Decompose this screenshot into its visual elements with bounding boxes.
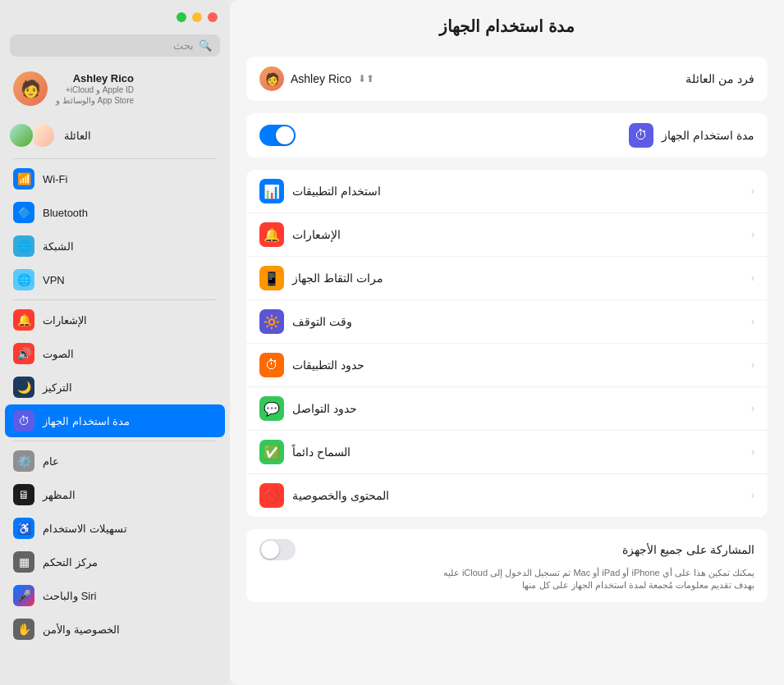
sidebar-item-sound[interactable]: الصوت 🔊 — [5, 337, 225, 370]
family-member-section: فرد من العائلة ⬆⬇ Ashley Rico 🧑 — [246, 57, 768, 101]
sidebar-item-label: الصوت — [43, 348, 74, 360]
app-usage-label: استخدام التطبيقات — [292, 185, 381, 198]
content-privacy-item[interactable]: ‹ المحتوى والخصوصية 🚫 — [246, 474, 768, 517]
app-limits-item[interactable]: ‹ حدود التطبيقات ⏱ — [246, 344, 768, 387]
main-content: مدة استخدام الجهاز فرد من العائلة ⬆⬇ Ash… — [230, 0, 784, 685]
sidebar-family-label: العائلة — [64, 130, 91, 142]
app-usage-item[interactable]: ‹ استخدام التطبيقات 📊 — [246, 170, 768, 213]
pickups-icon: 📱 — [259, 266, 284, 290]
separator — [13, 441, 217, 441]
accessibility-icon: ♿ — [13, 518, 34, 539]
settings-item-right: المحتوى والخصوصية 🚫 — [259, 483, 389, 508]
pickups-item[interactable]: ‹ مرات التقاط الجهاز 📱 — [246, 257, 768, 300]
chevron-left-icon: ‹ — [751, 446, 754, 458]
privacy-icon: ✋ — [13, 619, 34, 640]
general-icon: ⚙️ — [13, 450, 34, 472]
screen-time-icon: ⏱ — [629, 123, 653, 148]
chevron-left-icon: ‹ — [751, 272, 754, 284]
sidebar-item-screentime[interactable]: مدة استخدام الجهاز ⏱ — [5, 404, 225, 437]
close-button[interactable] — [208, 12, 218, 22]
control-icon: ▦ — [13, 551, 34, 573]
sidebar-item-display[interactable]: المظهر 🖥 — [5, 478, 225, 511]
always-allowed-label: السماح دائماً — [292, 445, 351, 459]
search-icon: 🔍 — [199, 39, 212, 52]
app-limits-icon: ⏱ — [259, 353, 284, 377]
share-toggle-row: المشاركة على جميع الأجهزة — [259, 539, 754, 560]
app-limits-label: حدود التطبيقات — [292, 358, 364, 372]
sidebar-item-label: عام — [43, 455, 59, 468]
screen-time-toggle[interactable] — [259, 125, 296, 146]
sidebar-item-notifications[interactable]: الإشعارات 🔔 — [5, 304, 225, 336]
network-icon: 🌐 — [13, 235, 34, 257]
settings-item-right: الإشعارات 🔔 — [259, 222, 341, 247]
chevron-left-icon: ‹ — [751, 185, 754, 197]
sidebar-item-label: VPN — [43, 274, 65, 286]
sidebar-item-siri[interactable]: Siri والباحث 🎤 — [5, 579, 225, 612]
family-avatar-2 — [8, 122, 34, 148]
wifi-icon: 📶 — [13, 168, 34, 190]
sidebar-list: Ashley Rico Apple ID و iCloud+ App Store… — [0, 65, 230, 685]
settings-item-right: استخدام التطبيقات 📊 — [259, 179, 381, 203]
always-allowed-icon: ✅ — [259, 440, 284, 464]
sidebar-item-wifi[interactable]: Wi-Fi 📶 — [5, 162, 225, 195]
family-user[interactable]: ⬆⬇ Ashley Rico 🧑 — [259, 66, 374, 91]
family-user-name: Ashley Rico — [291, 72, 351, 85]
family-user-avatar: 🧑 — [259, 66, 284, 91]
sidebar-item-label: التركيز — [43, 381, 72, 394]
sidebar-profile-info: Ashley Rico Apple ID و iCloud+ App Store… — [56, 72, 134, 106]
focus-icon: 🌙 — [13, 377, 34, 398]
sidebar-item-network[interactable]: الشبكة 🌐 — [5, 230, 225, 263]
family-avatars — [13, 122, 56, 148]
sidebar-item-general[interactable]: عام ⚙️ — [5, 445, 225, 477]
notifications-item[interactable]: ‹ الإشعارات 🔔 — [246, 213, 768, 257]
sidebar-item-label: الخصوصية والأمن — [43, 623, 120, 636]
sidebar: 🔍 بحث Ashley Rico Apple ID و iCloud+ App… — [0, 0, 230, 685]
main-body: فرد من العائلة ⬆⬇ Ashley Rico 🧑 مدة استخ… — [230, 48, 784, 685]
communication-label: حدود التواصل — [292, 402, 357, 415]
avatar: 🧑 — [13, 71, 48, 106]
content-privacy-label: المحتوى والخصوصية — [292, 489, 389, 502]
downtime-label: وقت التوقف — [292, 315, 352, 328]
share-toggle[interactable] — [259, 539, 296, 560]
main-header: مدة استخدام الجهاز — [230, 0, 784, 48]
family-member-label: فرد من العائلة — [685, 72, 754, 85]
sidebar-item-vpn[interactable]: VPN 🌐 — [5, 263, 225, 296]
communication-item[interactable]: ‹ حدود التواصل 💬 — [246, 387, 768, 431]
sidebar-item-label: مدة استخدام الجهاز — [43, 415, 130, 427]
sidebar-item-label: Bluetooth — [43, 207, 88, 219]
sidebar-item-focus[interactable]: التركيز 🌙 — [5, 371, 225, 404]
pickups-label: مرات التقاط الجهاز — [292, 272, 383, 285]
sidebar-item-label: الشبكة — [43, 240, 74, 253]
notifications-icon: 🔔 — [13, 309, 34, 331]
settings-item-right: حدود التطبيقات ⏱ — [259, 353, 364, 377]
downtime-item[interactable]: ‹ وقت التوقف 🔆 — [246, 300, 768, 344]
chevron-updown-icon: ⬆⬇ — [358, 73, 374, 84]
search-bar[interactable]: 🔍 بحث — [10, 34, 220, 57]
screen-time-label: مدة استخدام الجهاز ⏱ — [629, 123, 754, 148]
settings-item-right: السماح دائماً ✅ — [259, 440, 351, 464]
share-section: المشاركة على جميع الأجهزة يمكنك تمكين هذ… — [246, 529, 768, 602]
chevron-left-icon: ‹ — [751, 359, 754, 371]
chevron-left-icon: ‹ — [751, 229, 754, 240]
sidebar-item-accessibility[interactable]: تسهيلات الاستخدام ♿ — [5, 512, 225, 545]
sidebar-profile-sub: Apple ID و iCloud+ App Store والوسائط و — [56, 84, 134, 106]
sound-icon: 🔊 — [13, 343, 34, 364]
share-label: المشاركة على جميع الأجهزة — [622, 543, 754, 556]
sidebar-item-privacy[interactable]: الخصوصية والأمن ✋ — [5, 613, 225, 646]
screen-time-toggle-row: مدة استخدام الجهاز ⏱ — [246, 113, 768, 158]
screen-time-text: مدة استخدام الجهاز — [662, 129, 754, 142]
sidebar-profile[interactable]: Ashley Rico Apple ID و iCloud+ App Store… — [5, 65, 225, 112]
sidebar-item-bluetooth[interactable]: Bluetooth 🔷 — [5, 196, 225, 229]
communication-icon: 💬 — [259, 396, 284, 421]
search-placeholder: بحث — [173, 39, 194, 52]
sidebar-item-label: تسهيلات الاستخدام — [43, 523, 127, 535]
sidebar-item-control[interactable]: مركز التحكم ▦ — [5, 546, 225, 578]
sidebar-profile-name: Ashley Rico — [56, 72, 134, 84]
downtime-icon: 🔆 — [259, 309, 284, 334]
minimize-button[interactable] — [192, 12, 202, 22]
maximize-button[interactable] — [177, 12, 186, 22]
settings-item-right: حدود التواصل 💬 — [259, 396, 357, 421]
sidebar-family-item[interactable]: العائلة — [5, 116, 225, 155]
bluetooth-icon: 🔷 — [13, 202, 34, 223]
always-allowed-item[interactable]: ‹ السماح دائماً ✅ — [246, 431, 768, 474]
